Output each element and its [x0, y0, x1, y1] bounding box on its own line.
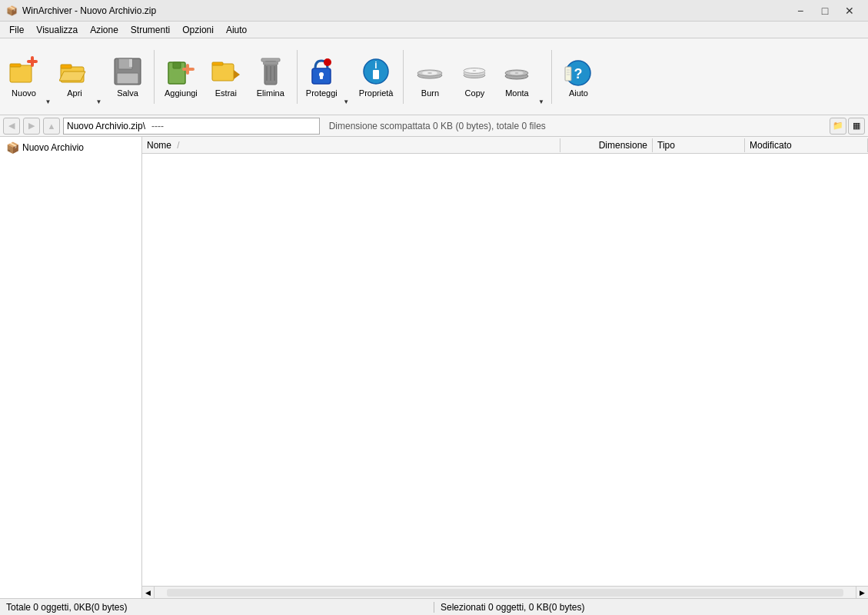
apri-dropdown-arrow[interactable]: ▼	[94, 43, 105, 111]
main-content: 📦 Nuovo Archivio Nome / Dimensione Tipo …	[0, 137, 868, 598]
proteggi-dropdown-arrow[interactable]: ▼	[341, 43, 352, 111]
proteggi-btn-wrap: Proteggi ▼	[302, 43, 352, 111]
nav-path-dots: ----	[151, 121, 164, 131]
col-header-name[interactable]: Nome /	[142, 138, 560, 152]
column-headers: Nome / Dimensione Tipo Modificato	[142, 137, 868, 154]
title-bar-left: 📦 WinArchiver - Nuovo Archivio.zip	[6, 5, 156, 16]
nuovo-button[interactable]: Nuovo	[5, 43, 43, 111]
nav-back-button[interactable]: ◀	[3, 118, 20, 135]
nav-bar: ◀ ▶ ▲ Nuovo Archivio.zip\ ---- Dimension…	[0, 115, 868, 137]
menu-visualizza[interactable]: Visualizza	[30, 23, 84, 37]
apri-btn-wrap: Apri ▼	[55, 43, 105, 111]
estrai-button[interactable]: Estrai	[205, 43, 248, 111]
col-header-type[interactable]: Tipo	[653, 138, 745, 152]
salva-label: Salva	[117, 88, 138, 98]
status-left: Totale 0 oggetti, 0KB(0 bytes)	[6, 602, 427, 613]
nav-path-bar: Nuovo Archivio.zip\ ----	[63, 118, 320, 135]
nuovo-btn-wrap: Nuovo ▼	[5, 43, 54, 111]
nav-folder-button[interactable]: 📁	[830, 118, 846, 135]
toolbar-separator-2	[297, 50, 298, 104]
svg-text:?: ?	[574, 66, 583, 81]
hscroll-track	[167, 589, 843, 597]
monta-dropdown-arrow[interactable]: ▼	[536, 43, 547, 111]
svg-rect-1	[10, 64, 21, 67]
menu-opzioni[interactable]: Opzioni	[176, 23, 220, 37]
col-header-modified[interactable]: Modificato	[745, 138, 868, 152]
nav-view-details-button[interactable]: ▦	[848, 118, 865, 135]
nav-forward-button[interactable]: ▶	[23, 118, 40, 135]
nav-up-button[interactable]: ▲	[43, 118, 60, 135]
status-bar: Totale 0 oggetti, 0KB(0 bytes) Seleziona…	[0, 598, 868, 615]
minimize-button[interactable]: −	[788, 0, 813, 22]
svg-rect-9	[117, 73, 138, 84]
monta-label: Monta	[505, 88, 529, 98]
proteggi-button[interactable]: Proteggi	[302, 43, 341, 111]
nav-info-text: Dimensione scompattata 0 KB (0 bytes), t…	[323, 121, 826, 131]
monta-button[interactable]: Monta	[497, 43, 536, 111]
proprietà-button[interactable]: i Proprietà	[354, 43, 399, 111]
estrai-label: Estrai	[215, 88, 237, 98]
tree-item-icon: 📦	[6, 141, 19, 154]
proprietà-label: Proprietà	[359, 88, 394, 98]
horizontal-scrollbar[interactable]: ◀ ▶	[142, 586, 868, 598]
monta-btn-wrap: Monta ▼	[497, 43, 547, 111]
app-icon: 📦	[6, 5, 18, 16]
toolbar-separator-4	[551, 50, 552, 104]
svg-rect-0	[10, 65, 32, 82]
toolbar: Nuovo ▼ Apri ▼ Salva	[0, 38, 868, 115]
svg-rect-44	[565, 67, 571, 81]
close-button[interactable]: ✕	[837, 0, 862, 22]
svg-rect-15	[212, 62, 223, 65]
maximize-button[interactable]: □	[813, 0, 837, 22]
svg-point-32	[427, 72, 432, 74]
aggiungi-button[interactable]: Aggiungi	[159, 43, 203, 111]
status-separator	[434, 602, 434, 613]
svg-rect-3	[31, 56, 34, 67]
nav-path-text: Nuovo Archivio.zip\	[67, 121, 145, 131]
toolbar-separator-1	[154, 50, 155, 104]
burn-button[interactable]: Burn	[408, 43, 451, 111]
elimina-label: Elimina	[257, 88, 284, 98]
title-bar-controls: − □ ✕	[788, 0, 862, 22]
col-header-size[interactable]: Dimensione	[560, 138, 653, 152]
copy-button[interactable]: Copy	[453, 43, 496, 111]
menu-bar: File Visualizza Azione Strumenti Opzioni…	[0, 22, 868, 38]
svg-rect-11	[173, 62, 181, 68]
svg-point-25	[324, 58, 331, 66]
svg-rect-5	[61, 65, 72, 68]
burn-label: Burn	[421, 88, 439, 98]
aiuto-label: Aiuto	[569, 88, 588, 98]
svg-rect-18	[263, 62, 278, 65]
svg-text:i: i	[374, 60, 377, 71]
aiuto-button[interactable]: ? Aiuto	[557, 43, 600, 111]
menu-aiuto[interactable]: Aiuto	[220, 23, 253, 37]
tree-item-nuovo-archivio[interactable]: 📦 Nuovo Archivio	[0, 140, 141, 155]
menu-file[interactable]: File	[3, 23, 30, 37]
apri-button[interactable]: Apri	[55, 43, 94, 111]
tree-item-label: Nuovo Archivio	[22, 142, 84, 153]
svg-rect-8	[129, 59, 132, 67]
toolbar-separator-3	[403, 50, 404, 104]
hscroll-right-button[interactable]: ▶	[856, 587, 868, 599]
elimina-button[interactable]: Elimina	[249, 43, 292, 111]
menu-azione[interactable]: Azione	[84, 23, 125, 37]
svg-rect-16	[261, 58, 280, 62]
apri-label: Apri	[67, 88, 82, 98]
title-bar: 📦 WinArchiver - Nuovo Archivio.zip − □ ✕	[0, 0, 868, 22]
svg-rect-24	[320, 75, 323, 79]
salva-button[interactable]: Salva	[106, 43, 149, 111]
aggiungi-label: Aggiungi	[165, 88, 198, 98]
hscroll-left-button[interactable]: ◀	[142, 587, 155, 599]
svg-rect-28	[373, 70, 379, 79]
nav-view-buttons: 📁 ▦	[830, 118, 865, 135]
proteggi-label: Proteggi	[306, 88, 338, 98]
menu-strumenti[interactable]: Strumenti	[125, 23, 176, 37]
svg-rect-13	[186, 64, 189, 75]
nuovo-dropdown-arrow[interactable]: ▼	[43, 43, 54, 111]
file-list[interactable]	[142, 154, 868, 586]
nuovo-label: Nuovo	[12, 88, 36, 98]
status-right: Selezionati 0 oggetti, 0 KB(0 bytes)	[441, 602, 862, 613]
svg-rect-14	[212, 64, 234, 81]
window-title: WinArchiver - Nuovo Archivio.zip	[22, 5, 156, 16]
svg-point-37	[473, 70, 477, 71]
